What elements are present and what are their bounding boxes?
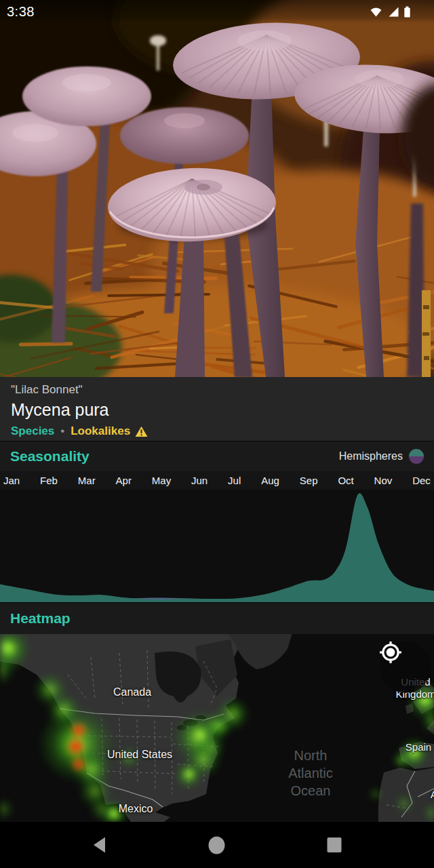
- heat-blob: [65, 736, 87, 757]
- map-label-united-states: United States: [107, 749, 172, 762]
- map-label-algeria: Algeria: [431, 789, 434, 801]
- heatmap-title: Heatmap: [10, 610, 71, 627]
- month-label: Aug: [261, 475, 279, 486]
- heat-blob: [392, 751, 411, 770]
- month-label: May: [152, 475, 171, 486]
- status-icons: [370, 6, 411, 18]
- android-nav-bar: [0, 822, 434, 868]
- status-bar: 3:38: [0, 0, 434, 23]
- nav-home-button[interactable]: [158, 836, 275, 854]
- recents-icon: [326, 836, 342, 854]
- heat-blob: [182, 767, 196, 781]
- app-screen: 3:38: [0, 0, 434, 868]
- back-icon: [92, 836, 108, 854]
- scientific-name: Mycena pura: [11, 400, 423, 420]
- nav-recents-button[interactable]: [276, 836, 393, 854]
- home-icon: [208, 836, 226, 854]
- month-label: Jun: [191, 475, 208, 486]
- heatmap-map[interactable]: CanadaUnited StatesMexicoNorth Atlantic …: [0, 634, 434, 822]
- seasonality-header: Seasonality Hemispheres: [0, 441, 434, 471]
- map-label-spain: Spain: [406, 741, 431, 753]
- month-axis-labels: JanFebMarAprMayJunJulAugSepOctNovDec: [0, 471, 434, 490]
- my-location-button[interactable]: [380, 642, 431, 693]
- heat-blob: [70, 755, 87, 773]
- title-links: Species • Lookalikes: [11, 425, 423, 438]
- species-photo[interactable]: [0, 0, 434, 377]
- month-label: Sep: [300, 475, 318, 486]
- wifi-icon: [370, 6, 382, 17]
- title-card: "Lilac Bonnet" Mycena pura Species • Loo…: [0, 377, 434, 441]
- heat-blob: [192, 726, 208, 743]
- month-label: Jan: [3, 475, 20, 486]
- common-name: "Lilac Bonnet": [11, 383, 423, 397]
- map-label-north: North Atlantic Ocean: [288, 747, 333, 800]
- heat-blob: [209, 714, 233, 738]
- map-label-canada: Canada: [113, 686, 151, 699]
- series-northern-hemisphere: [0, 493, 434, 602]
- lookalikes-label: Lookalikes: [71, 425, 130, 438]
- month-label: Oct: [338, 475, 353, 486]
- lookalikes-link[interactable]: Lookalikes: [71, 425, 148, 438]
- my-location-icon: [380, 642, 401, 663]
- cell-signal-icon: [387, 6, 399, 17]
- month-label: Nov: [374, 475, 393, 486]
- month-label: Apr: [116, 475, 132, 486]
- hemispheres-label: Hemispheres: [339, 450, 403, 462]
- nav-back-button[interactable]: [41, 836, 158, 854]
- heat-blob: [0, 639, 16, 656]
- month-label: Jul: [228, 475, 241, 486]
- seasonality-title: Seasonality: [10, 448, 90, 465]
- heatmap-header: Heatmap: [0, 602, 434, 634]
- mushroom-photo-illustration: [0, 0, 434, 377]
- hemispheres-toggle[interactable]: Hemispheres: [339, 449, 424, 464]
- heat-blob: [422, 801, 434, 822]
- seasonality-chart: [0, 490, 434, 602]
- month-label: Dec: [412, 475, 431, 486]
- warning-icon: [135, 426, 148, 437]
- battery-icon: [403, 6, 411, 18]
- heat-blob: [368, 786, 384, 802]
- heat-blob: [0, 797, 15, 821]
- map-label-mexico: Mexico: [119, 803, 153, 816]
- hemispheres-icon: [409, 449, 424, 464]
- month-label: Feb: [40, 475, 58, 486]
- status-time: 3:38: [7, 4, 35, 20]
- link-separator: •: [60, 425, 64, 438]
- month-label: Mar: [78, 475, 96, 486]
- heat-blob: [393, 793, 415, 814]
- species-link[interactable]: Species: [11, 425, 54, 438]
- heatmap-density-layer: [0, 634, 434, 822]
